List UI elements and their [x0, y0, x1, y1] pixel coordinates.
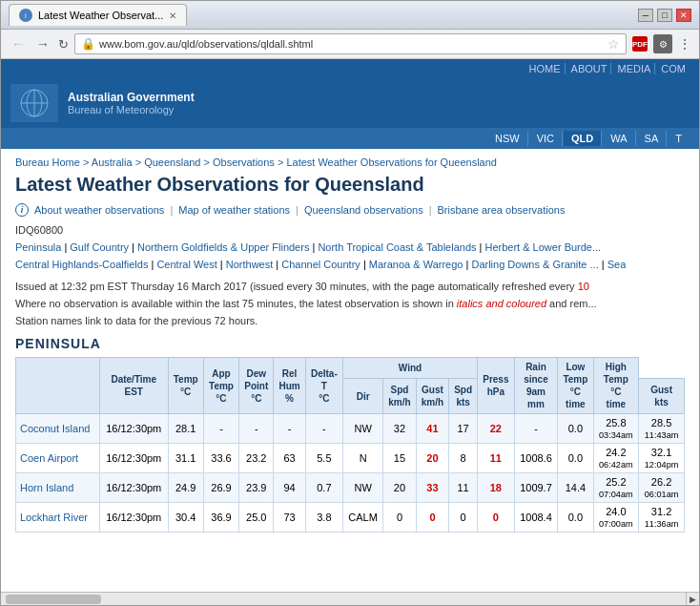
th-app-temp: AppTemp°C [203, 358, 238, 414]
table-cell: 26.206:01am [639, 473, 685, 503]
state-nsw[interactable]: NSW [487, 131, 528, 146]
region-maranoa[interactable]: Maranoa & Warrego [369, 259, 463, 270]
station-link[interactable]: Coconut Island [20, 423, 90, 434]
station-link[interactable]: Coen Airport [20, 452, 78, 464]
region-sea[interactable]: Sea [607, 259, 627, 270]
table-cell: 24.9 [168, 473, 203, 503]
table-cell: 33 [416, 473, 449, 503]
region-links: Peninsula | Gulf Country | Northern Gold… [15, 240, 685, 273]
map-weather-stations-link[interactable]: Map of weather stations [178, 204, 290, 216]
station-link[interactable]: Lockhart River [20, 512, 88, 523]
close-button[interactable]: ✕ [676, 9, 691, 22]
region-northern-goldfields[interactable]: Northern Goldfields & Upper Flinders [137, 241, 309, 253]
maximize-button[interactable]: □ [657, 9, 672, 22]
extension-icon[interactable]: ⚙ [653, 34, 672, 53]
qld-observations-link[interactable]: Queensland observations [304, 204, 423, 216]
table-cell: 26.9 [203, 473, 238, 503]
forward-button[interactable]: → [33, 34, 52, 53]
table-cell: 0 [478, 503, 515, 533]
browser-window: i Latest Weather Observat... ✕ ─ □ ✕ ← →… [0, 0, 700, 606]
close-tab-button[interactable]: ✕ [169, 10, 176, 21]
table-cell: Horn Island [16, 473, 100, 503]
tab-favicon: i [19, 9, 32, 22]
table-cell: 14.4 [558, 473, 593, 503]
th-wind-gust: Gustkm/h [416, 379, 449, 414]
bookmark-icon[interactable]: ☆ [607, 36, 620, 52]
nav-about[interactable]: ABOUT [567, 63, 612, 74]
table-cell: 0.0 [558, 444, 593, 473]
table-row: Coconut Island16/12:30pm28.1----NW324117… [16, 414, 685, 444]
region-central-highlands[interactable]: Central Highlands-Coalfields [15, 259, 148, 270]
horizontal-scrollbar[interactable]: ▶ [1, 592, 699, 605]
about-weather-obs-link[interactable]: About weather observations [34, 204, 164, 216]
state-sa[interactable]: SA [637, 131, 668, 146]
th-wind-gust2: Gustkts [639, 379, 685, 414]
table-cell: 16/12:30pm [99, 444, 168, 473]
breadcrumb-observations[interactable]: Observations [213, 157, 275, 168]
region-northwest[interactable]: Northwest [226, 259, 274, 270]
table-cell: 24.007:00am [593, 503, 639, 533]
table-cell: 36.9 [203, 503, 238, 533]
back-button[interactable]: ← [9, 34, 28, 53]
top-nav: HOME ABOUT MEDIA COM [1, 59, 699, 78]
table-cell: 17 [449, 414, 478, 444]
region-north-tropical[interactable]: North Tropical Coast & Tablelands [318, 241, 476, 253]
table-cell: 5.5 [305, 444, 342, 473]
table-cell: 3.8 [305, 503, 342, 533]
scroll-thumb[interactable] [6, 595, 101, 604]
th-dew-point: DewPoint°C [239, 358, 274, 414]
th-wind-spd: Spdkm/h [383, 379, 417, 414]
browser-tab[interactable]: i Latest Weather Observat... ✕ [9, 4, 187, 26]
highlighted-value: 0 [493, 512, 499, 523]
nav-com[interactable]: COM [657, 63, 690, 74]
table-cell: 33.6 [203, 444, 238, 473]
th-delta-t: Delta-T°C [305, 358, 342, 414]
info-icon: i [15, 203, 29, 217]
state-vic[interactable]: VIC [529, 131, 563, 146]
address-bar: ← → ↻ 🔒 www.bom.gov.au/qld/observations/… [1, 30, 699, 59]
table-cell: CALM [343, 503, 383, 533]
highlighted-value: 0 [429, 512, 435, 523]
gov-title: Australian Government [68, 91, 195, 104]
table-row: Coen Airport16/12:30pm31.133.623.2635.5N… [16, 444, 685, 473]
refresh-highlight: 10 [578, 281, 589, 292]
table-cell: - [203, 414, 238, 444]
region-peninsula[interactable]: Peninsula [15, 241, 61, 253]
url-box[interactable]: 🔒 www.bom.gov.au/qld/observations/qldall… [74, 33, 627, 54]
browser-menu-button[interactable]: ⋮ [678, 36, 691, 52]
table-cell: 24.206:42am [593, 444, 639, 473]
table-cell: - [239, 414, 274, 444]
region-gulf-country[interactable]: Gulf Country [70, 241, 129, 253]
table-cell: 0 [383, 503, 417, 533]
region-channel-country[interactable]: Channel Country [281, 259, 360, 270]
highlighted-value: 18 [490, 482, 502, 493]
logo-svg [13, 87, 56, 120]
region-darling-downs[interactable]: Darling Downs & Granite ... [471, 259, 598, 270]
state-qld[interactable]: QLD [564, 131, 602, 146]
breadcrumb-bureau-home[interactable]: Bureau Home [15, 157, 80, 168]
breadcrumb-australia[interactable]: Australia [92, 157, 133, 168]
state-wa[interactable]: WA [603, 131, 635, 146]
table-cell: 23.2 [239, 444, 274, 473]
station-link[interactable]: Horn Island [20, 482, 73, 493]
nav-home[interactable]: HOME [525, 63, 566, 74]
url-text: www.bom.gov.au/qld/observations/qldall.s… [99, 38, 604, 50]
table-cell: 8 [449, 444, 478, 473]
region-herbert[interactable]: Herbert & Lower Burde... [484, 241, 601, 253]
th-press: PresshPa [478, 358, 515, 414]
table-cell: 25.0 [239, 503, 274, 533]
minimize-button[interactable]: ─ [638, 9, 653, 22]
nav-media[interactable]: MEDIA [613, 63, 655, 74]
table-cell: 15 [383, 444, 417, 473]
th-wind-spd2: Spdkts [449, 379, 478, 414]
region-central-west[interactable]: Central West [156, 259, 216, 270]
table-cell: 28.511:43am [639, 414, 685, 444]
th-low-temp: LowTemp°Ctime [558, 358, 593, 414]
refresh-button[interactable]: ↻ [58, 37, 69, 52]
scroll-right-button[interactable]: ▶ [686, 593, 699, 606]
state-t[interactable]: T [668, 131, 690, 146]
th-high-temp: HighTemp°Ctime [593, 358, 639, 414]
brisbane-area-link[interactable]: Brisbane area observations [438, 204, 566, 216]
breadcrumb-queensland[interactable]: Queensland [144, 157, 200, 168]
th-station [16, 358, 100, 414]
